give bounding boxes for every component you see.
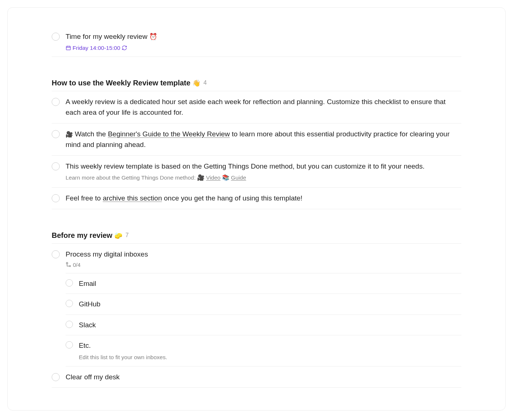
subtask-list: Email GitHub Slack Etc. Edit this list t… (66, 273, 461, 366)
task-row[interactable]: Slack (66, 315, 461, 335)
section-header[interactable]: Before my review 🧽 7 (52, 209, 461, 244)
task-row[interactable]: Time for my weekly review ⏰ Friday 14:00… (52, 26, 461, 57)
task-title: A weekly review is a dedicated hour set … (66, 96, 461, 118)
task-title: Clear off my desk (66, 372, 461, 382)
task-title: Slack (79, 320, 461, 330)
books-icon: 📚 (222, 174, 229, 181)
task-checkbox[interactable] (66, 321, 73, 328)
wave-icon: 👋 (192, 80, 200, 87)
task-description: Edit this list to fit your own inboxes. (79, 353, 461, 361)
task-checkbox[interactable] (52, 162, 60, 170)
task-title: GitHub (79, 299, 461, 309)
task-body: Time for my weekly review ⏰ Friday 14:00… (66, 31, 461, 51)
subtask-progress[interactable]: 0/4 (66, 262, 461, 268)
subtask-progress-text: 0/4 (73, 262, 81, 268)
task-checkbox[interactable] (66, 279, 73, 287)
task-schedule[interactable]: Friday 14:00-15:00 (66, 45, 461, 51)
svg-rect-0 (66, 47, 70, 50)
beginners-guide-link[interactable]: Beginner's Guide to the Weekly Review (108, 130, 230, 138)
section-header[interactable]: How to use the Weekly Review template 👋 … (52, 57, 461, 91)
sponge-icon: 🧽 (114, 232, 122, 239)
task-row[interactable]: 🎥 Watch the Beginner's Guide to the Week… (52, 124, 461, 156)
task-title: Time for my weekly review ⏰ (66, 31, 461, 42)
recurring-icon (122, 45, 127, 51)
task-description: Learn more about the Getting Things Done… (66, 173, 461, 182)
svg-point-5 (69, 266, 70, 267)
task-row[interactable]: Process my digital inboxes 0/4 (52, 244, 461, 273)
task-row[interactable]: A weekly review is a dedicated hour set … (52, 91, 461, 124)
task-title: This weekly review template is based on … (66, 161, 461, 172)
task-title: Email (79, 278, 461, 289)
alarm-clock-icon: ⏰ (149, 33, 157, 40)
task-row[interactable]: GitHub (66, 294, 461, 314)
section-title: Before my review 🧽 (52, 231, 122, 240)
task-row[interactable]: Clear off my desk (52, 366, 461, 388)
task-checkbox[interactable] (66, 341, 73, 349)
task-title: Feel free to archive this section once y… (66, 193, 461, 203)
archive-section-link[interactable]: archive this section (103, 194, 162, 202)
calendar-icon (66, 45, 71, 51)
task-row[interactable]: Etc. Edit this list to fit your own inbo… (66, 335, 461, 366)
task-title: 🎥 Watch the Beginner's Guide to the Week… (66, 129, 461, 150)
task-row[interactable]: Email (66, 273, 461, 294)
template-card: Time for my weekly review ⏰ Friday 14:00… (7, 7, 506, 410)
section-title: How to use the Weekly Review template 👋 (52, 79, 200, 87)
section-count: 4 (203, 80, 207, 86)
task-checkbox[interactable] (52, 250, 60, 258)
task-row[interactable]: This weekly review template is based on … (52, 156, 461, 188)
video-camera-icon: 🎥 (197, 174, 204, 181)
task-checkbox[interactable] (52, 373, 60, 381)
video-camera-icon: 🎥 (66, 131, 73, 137)
guide-link[interactable]: Guide (231, 174, 246, 181)
subtask-tree-icon (66, 262, 71, 268)
task-checkbox[interactable] (66, 300, 73, 307)
task-row[interactable]: Feel free to archive this section once y… (52, 188, 461, 209)
task-title: Process my digital inboxes (66, 249, 461, 259)
task-checkbox[interactable] (52, 33, 60, 41)
task-checkbox[interactable] (52, 194, 60, 202)
task-title: Etc. (79, 340, 461, 351)
task-checkbox[interactable] (52, 98, 60, 106)
section-count: 7 (125, 232, 129, 239)
svg-point-4 (66, 262, 68, 264)
video-link[interactable]: Video (206, 174, 220, 181)
task-title-text: Time for my weekly review (66, 33, 147, 40)
task-checkbox[interactable] (52, 130, 60, 138)
schedule-text: Friday 14:00-15:00 (73, 45, 120, 51)
